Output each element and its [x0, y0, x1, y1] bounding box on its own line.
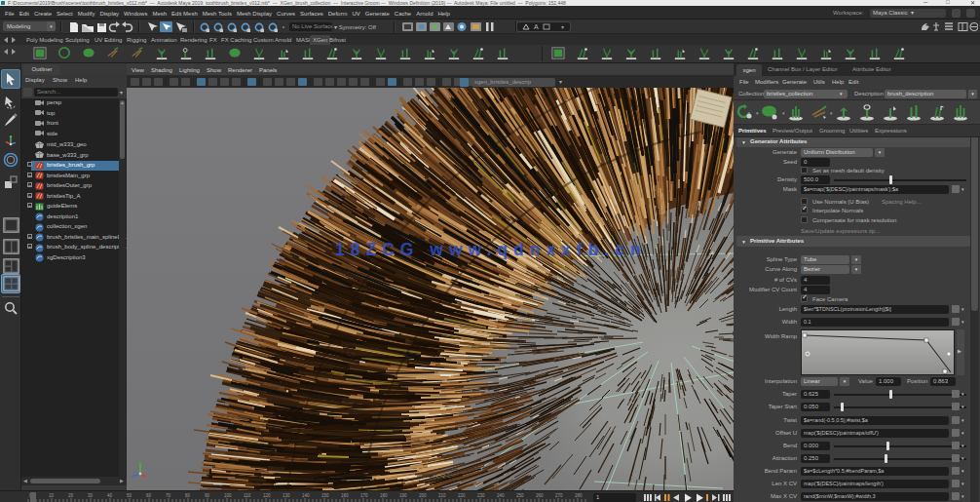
svg-text:▾: ▾	[561, 24, 564, 30]
svg-text:A: A	[534, 23, 539, 30]
svg-text:18ZCG www.qdnxxfb.cn: 18ZCG www.qdnxxfb.cn	[335, 240, 647, 259]
svg-text:persp: persp	[419, 472, 436, 480]
